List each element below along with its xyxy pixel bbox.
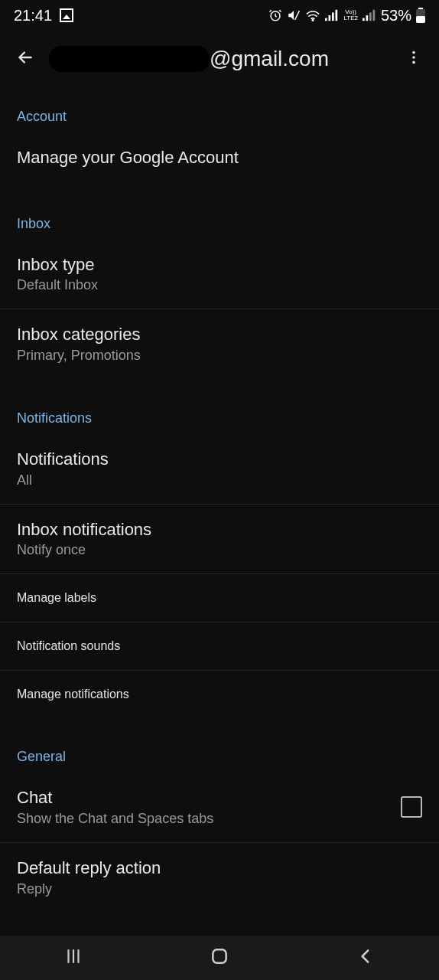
manage-google-account-row[interactable]: Manage your Google Account [0,132,439,185]
notification-sounds-row[interactable]: Notification sounds [0,622,439,671]
chat-subtitle: Show the Chat and Spaces tabs [17,811,392,827]
network-label: Vo)) LTE2 [343,9,358,21]
inbox-notifications-row[interactable]: Inbox notifications Notify once [0,505,439,575]
inbox-notifications-title: Inbox notifications [17,518,422,541]
section-header-account: Account [0,87,439,132]
more-vert-icon [405,49,422,66]
svg-rect-5 [336,10,338,21]
mute-icon [287,8,301,22]
account-email-title: @gmail.com [49,46,393,72]
manage-google-account-label: Manage your Google Account [17,146,422,169]
notifications-value: All [17,472,422,488]
redacted-email-user [49,46,210,72]
chat-title: Chat [17,786,392,809]
back-button[interactable] [8,40,43,78]
status-time: 21:41 [14,7,52,24]
status-bar: 21:41 Vo)) LTE2 53% [0,0,439,31]
system-navbar [0,936,439,980]
arrow-left-icon [15,47,35,67]
signal2-icon [363,9,376,21]
svg-rect-16 [213,949,226,962]
svg-point-13 [412,51,415,54]
inbox-type-value: Default Inbox [17,277,422,293]
section-header-notifications: Notifications [0,380,439,434]
inbox-categories-row[interactable]: Inbox categories Primary, Promotions [0,309,439,380]
notification-sounds-label: Notification sounds [17,639,422,653]
svg-rect-12 [416,16,425,23]
notifications-title: Notifications [17,448,422,471]
recents-icon [63,946,83,966]
more-button[interactable] [399,43,428,75]
default-reply-title: Default reply action [17,857,422,880]
inbox-notifications-value: Notify once [17,542,422,558]
svg-point-14 [412,56,415,59]
home-icon [210,946,229,966]
chevron-left-icon [356,946,376,966]
inbox-type-row[interactable]: Inbox type Default Inbox [0,240,439,310]
svg-rect-9 [372,10,375,21]
inbox-categories-title: Inbox categories [17,323,422,346]
settings-content: Account Manage your Google Account Inbox… [0,87,439,913]
svg-point-15 [412,61,415,64]
picture-icon [60,8,73,22]
svg-rect-8 [369,12,372,21]
svg-rect-6 [363,18,365,21]
chat-checkbox[interactable] [401,796,422,818]
svg-point-1 [313,20,314,21]
default-reply-value: Reply [17,881,422,897]
home-button[interactable] [187,940,252,975]
battery-percent: 53% [381,7,411,24]
wifi-icon [305,9,320,21]
default-reply-row[interactable]: Default reply action Reply [0,843,439,913]
manage-notifications-row[interactable]: Manage notifications [0,671,439,718]
manage-labels-row[interactable]: Manage labels [0,574,439,622]
chat-row[interactable]: Chat Show the Chat and Spaces tabs [0,773,439,843]
svg-rect-10 [418,8,423,9]
recents-button[interactable] [41,940,106,975]
alarm-icon [268,8,282,22]
battery-icon [416,8,425,23]
svg-rect-3 [329,15,331,21]
svg-rect-4 [332,12,334,21]
svg-rect-2 [325,18,327,21]
section-header-inbox: Inbox [0,185,439,240]
email-domain: @gmail.com [210,47,329,71]
nav-back-button[interactable] [333,940,398,975]
inbox-type-title: Inbox type [17,253,422,276]
inbox-categories-value: Primary, Promotions [17,348,422,364]
signal-icon [325,9,339,21]
manage-notifications-label: Manage notifications [17,688,422,701]
section-header-general: General [0,718,439,773]
app-bar: @gmail.com [0,31,439,87]
svg-rect-7 [366,15,368,21]
manage-labels-label: Manage labels [17,591,422,605]
notifications-row[interactable]: Notifications All [0,434,439,505]
